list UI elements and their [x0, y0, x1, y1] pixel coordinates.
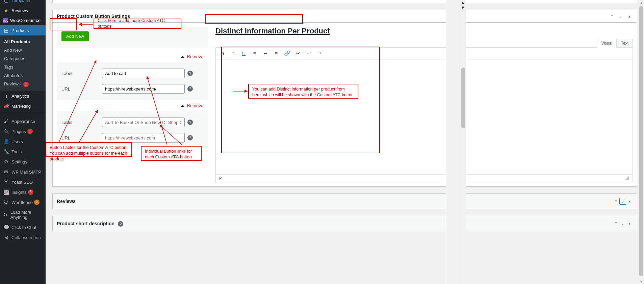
analytics-icon: ⫾: [3, 93, 9, 99]
sidebar-item-plugins[interactable]: 🔌 Plugins 1: [0, 126, 46, 136]
sidebar-item-wordfence[interactable]: 🛡 Wordfence 2: [0, 197, 46, 207]
redo-icon[interactable]: ↷: [316, 50, 323, 57]
mail-icon: ✉: [3, 169, 9, 175]
submenu-categories[interactable]: Categories: [0, 54, 46, 63]
settings-icon: ⚙: [3, 159, 9, 164]
scroll-up-icon[interactable]: ▲: [461, 0, 466, 5]
short-desc-title: Product short description ?: [57, 221, 613, 227]
move-down-icon[interactable]: ⌄: [619, 198, 626, 205]
move-up-icon[interactable]: ⌃: [613, 198, 619, 205]
products-icon: ▤: [3, 28, 9, 33]
sidebar-item-label: Settings: [11, 159, 27, 164]
sidebar-item-users[interactable]: 👤 Users: [0, 136, 46, 147]
label-field-label: Label: [61, 71, 102, 76]
templates-icon: ▢: [3, 0, 9, 3]
editor-column: Distinct Information Per Product Visual …: [215, 27, 633, 182]
collapse-up-icon[interactable]: [181, 56, 184, 58]
tab-text[interactable]: Text: [617, 39, 633, 48]
sidebar-item-yoast[interactable]: Y Yoast SEO: [0, 177, 46, 187]
inner-scrollbar[interactable]: ▲ ▼: [461, 0, 466, 284]
woo-icon: woo: [3, 18, 8, 23]
collapse-up-icon[interactable]: [181, 105, 184, 107]
sidebar-item-products[interactable]: ▤ Products: [0, 25, 46, 35]
window-scrollbar[interactable]: ▲ ▼: [639, 0, 644, 284]
scroll-up-icon[interactable]: ▲: [639, 0, 644, 5]
underline-icon[interactable]: U: [240, 50, 248, 57]
align-right-icon[interactable]: ≡: [273, 50, 280, 57]
move-down-icon[interactable]: ⌄: [617, 13, 624, 20]
align-left-icon[interactable]: ≡: [251, 50, 258, 57]
sidebar-item-marketing[interactable]: 📣 Marketing: [0, 101, 46, 111]
editor-wrap: B I U ≡ ≣ ≡ 🔗 ✂ ↶ ↷ P: [215, 47, 633, 182]
remove-link[interactable]: Remove: [187, 103, 203, 108]
submenu-reviews[interactable]: Reviews 1: [0, 80, 46, 89]
button-fields-1: Label ? URL ?: [57, 62, 208, 100]
sidebar-item-label: Insights: [11, 190, 27, 195]
sidebar-item-analytics[interactable]: ⫾ Analytics: [0, 91, 46, 101]
url-field-label: URL: [61, 86, 102, 92]
link-icon[interactable]: 🔗: [283, 50, 291, 57]
sidebar-item-label: Plugins: [11, 129, 26, 134]
sidebar-item-settings[interactable]: ⚙ Settings: [0, 157, 46, 167]
sidebar-item-appearance[interactable]: 🖌 Appearance: [0, 116, 46, 126]
sidebar-item-tools[interactable]: 🔧 Tools: [0, 147, 46, 157]
sidebar-item-insights[interactable]: 📈 Insights 5: [0, 187, 46, 197]
help-icon[interactable]: ?: [187, 71, 193, 76]
short-desc-title-text: Product short description: [57, 221, 114, 226]
product-custom-button-panel: Product Custom Button Settings ⌃ ⌄ ▴ Add…: [52, 10, 637, 187]
sidebar-item-label: WooCommerce: [10, 18, 41, 23]
submenu-label: Reviews: [4, 81, 21, 86]
sidebar-item-label: Click to Chat: [11, 225, 36, 230]
help-icon[interactable]: ?: [187, 86, 193, 92]
expand-icon[interactable]: ▾: [626, 220, 633, 227]
submenu-attributes[interactable]: Attributes: [0, 71, 46, 80]
unlink-icon[interactable]: ✂: [294, 50, 302, 57]
scroll-down-icon[interactable]: ▼: [639, 279, 644, 284]
sidebar-item-label: Products: [11, 28, 29, 33]
sidebar-item-label: Reviews: [11, 8, 28, 13]
add-new-wrap: Add New: [57, 27, 208, 48]
add-new-button[interactable]: Add New: [61, 31, 89, 41]
move-up-icon[interactable]: ⌃: [609, 13, 615, 20]
insights-icon: 📈: [3, 189, 9, 195]
sidebar-item-loadmore[interactable]: ↻ Load More Anything: [0, 207, 46, 222]
help-icon[interactable]: ?: [187, 120, 193, 125]
remove-link[interactable]: Remove: [187, 54, 203, 59]
sidebar-item-clicktochat[interactable]: 💬 Click to Chat: [0, 222, 46, 232]
italic-icon[interactable]: I: [229, 50, 237, 57]
badge-count: 5: [28, 189, 33, 195]
expand-icon[interactable]: ▾: [626, 198, 633, 205]
editor-content-area[interactable]: [216, 59, 633, 174]
tab-visual[interactable]: Visual: [597, 39, 617, 48]
submenu-add-new[interactable]: Add New: [0, 46, 46, 54]
move-up-icon[interactable]: ⌃: [613, 220, 619, 227]
sidebar-item-woocommerce[interactable]: woo WooCommerce: [0, 16, 46, 25]
sidebar-item-label: Appearance: [11, 119, 35, 124]
help-icon[interactable]: ?: [118, 221, 123, 227]
label-input-2[interactable]: [102, 118, 185, 127]
scroll-down-icon[interactable]: ▼: [461, 5, 466, 10]
submenu-all-products[interactable]: All Products: [0, 37, 46, 46]
scroll-thumb[interactable]: [639, 6, 643, 276]
sidebar-item-reviews[interactable]: ★ Reviews: [0, 5, 46, 16]
resize-handle-icon[interactable]: [625, 176, 629, 180]
products-submenu: All Products Add New Categories Tags Att…: [0, 35, 46, 91]
label-input-1[interactable]: [102, 69, 185, 78]
sidebar-item-templates[interactable]: ▢ Templates: [0, 0, 46, 5]
submenu-tags[interactable]: Tags: [0, 63, 46, 71]
sidebar-item-wpmailsmtp[interactable]: ✉ WP Mail SMTP: [0, 167, 46, 177]
undo-icon[interactable]: ↶: [305, 50, 312, 57]
editor-statusbar: P: [216, 174, 633, 182]
sidebar-collapse[interactable]: ◀ Collapse menu: [0, 232, 46, 242]
collapse-icon[interactable]: ▴: [626, 13, 633, 20]
move-down-icon[interactable]: ⌄: [619, 220, 626, 227]
badge-count: 2: [34, 200, 40, 205]
reviews-panel: Reviews ⌃ ⌄ ▾: [52, 193, 637, 209]
url-input-1[interactable]: [102, 84, 185, 94]
help-icon[interactable]: ?: [187, 135, 193, 140]
align-center-icon[interactable]: ≣: [262, 50, 269, 57]
scroll-thumb[interactable]: [461, 68, 465, 128]
bold-icon[interactable]: B: [218, 50, 226, 57]
url-input-2[interactable]: [102, 133, 185, 143]
editor-path: P: [219, 176, 222, 181]
